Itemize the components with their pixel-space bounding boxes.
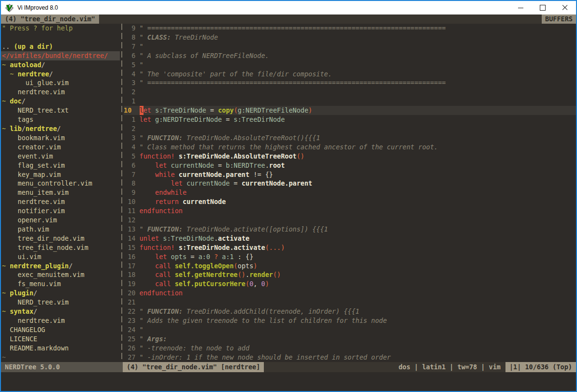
- code-line[interactable]: 20 endfunction: [124, 289, 576, 298]
- line-number: 14: [124, 234, 140, 243]
- command-line[interactable]: [1, 372, 576, 391]
- code-line[interactable]: 1 let g:NERDTreeDirNode = s:TreeDirNode: [124, 115, 576, 124]
- tree-item[interactable]: nerdtree.vim: [2, 316, 120, 325]
- minimize-button[interactable]: [509, 1, 532, 15]
- tree-item[interactable]: ~ autoload/: [2, 60, 120, 70]
- code-line[interactable]: 4 " Class method that returns the highes…: [124, 143, 576, 152]
- tree-item[interactable]: " Press ? for help: [2, 24, 120, 33]
- tree-root-item[interactable]: </vimfiles/bundle/nerdtree/: [1, 51, 120, 60]
- code-line[interactable]: 12: [124, 216, 576, 225]
- tree-item[interactable]: flag_set.vim: [2, 161, 120, 170]
- editor-panel: 9 " ====================================…: [124, 24, 576, 362]
- tree-item[interactable]: nerdtree.vim: [2, 87, 120, 97]
- close-icon: [562, 5, 568, 11]
- line-number: 3: [124, 133, 140, 143]
- line-number: 9: [124, 188, 140, 197]
- tree-item[interactable]: exec_menuitem.vim: [2, 270, 120, 279]
- line-number: 19: [124, 279, 140, 289]
- buffer-tab[interactable]: (4) "tree_dir_node.vim": [1, 15, 99, 24]
- tree-item[interactable]: NERD_tree.vim: [2, 298, 120, 307]
- tree-item[interactable]: ui.vim: [2, 252, 120, 261]
- code-line[interactable]: 8 " CLASS: TreeDirNode: [124, 33, 576, 42]
- line-number: 16: [124, 252, 140, 261]
- tree-item[interactable]: creator.vim: [2, 143, 120, 152]
- tree-item[interactable]: nerdtree.vim: [2, 197, 120, 206]
- window-separator[interactable]: [120, 24, 124, 362]
- line-number: 25: [124, 334, 140, 344]
- tree-item[interactable]: opener.vim: [2, 216, 120, 225]
- vim-logo-icon: [5, 4, 14, 12]
- code-line[interactable]: 23 " Adds the given treenode to the list…: [124, 316, 576, 325]
- tree-item[interactable]: ~ lib/nerdtree/: [2, 124, 120, 133]
- tree-item[interactable]: ~ doc/: [2, 97, 120, 106]
- code-line[interactable]: 9 endwhile: [124, 188, 576, 197]
- tree-item[interactable]: README.markdown: [2, 344, 120, 353]
- tree-item[interactable]: tree_dir_node.vim: [2, 234, 120, 243]
- line-number: 11: [124, 206, 140, 216]
- code-line-current[interactable]: 10 let s:TreeDirNode = copy(g:NERDTreeFi…: [124, 106, 576, 115]
- tree-item[interactable]: [2, 33, 120, 42]
- code-line[interactable]: 14 unlet s:TreeDirNode.activate: [124, 234, 576, 243]
- tree-item[interactable]: path.vim: [2, 225, 120, 234]
- tree-item[interactable]: notifier.vim: [2, 206, 120, 216]
- code-line[interactable]: 5 function! s:TreeDirNode.AbsoluteTreeRo…: [124, 152, 576, 161]
- code-line[interactable]: 19 call self.putCursorHere(0, 0): [124, 279, 576, 289]
- line-number: 22: [124, 307, 140, 316]
- line-number: 27: [124, 353, 140, 362]
- code-line[interactable]: 27 " -inOrder: 1 if the new node should …: [124, 353, 576, 362]
- buffers-label[interactable]: BUFFERS: [542, 15, 576, 24]
- maximize-button[interactable]: [532, 1, 554, 15]
- code-line[interactable]: 7 while currentNode.parent != {}: [124, 170, 576, 179]
- code-line[interactable]: 9 " ====================================…: [124, 24, 576, 33]
- tree-item[interactable]: tags: [2, 115, 120, 124]
- code-line[interactable]: 16 let opts = a:0 ? a:1 : {}: [124, 252, 576, 261]
- tree-item[interactable]: ~ plugin/: [2, 289, 120, 298]
- code-line[interactable]: 3 " FUNCTION: TreeDirNode.AbsoluteTreeRo…: [124, 133, 576, 143]
- code-line[interactable]: 3 " ====================================…: [124, 78, 576, 87]
- code-line[interactable]: 2: [124, 124, 576, 133]
- code-line[interactable]: 18 call self.getNerdtree().render(): [124, 270, 576, 279]
- line-number: 9: [124, 24, 140, 33]
- tree-item[interactable]: bookmark.vim: [2, 133, 120, 143]
- code-line[interactable]: 7 ": [124, 42, 576, 51]
- tree-item[interactable]: ~ nerdtree/: [2, 70, 120, 79]
- code-line[interactable]: 8 let currentNode = currentNode.parent: [124, 179, 576, 188]
- status-fileinfo: dos | latin1 | tw=78 | vim: [399, 362, 505, 372]
- code-line[interactable]: 1: [124, 97, 576, 106]
- tree-item[interactable]: LICENCE: [2, 334, 120, 344]
- close-button[interactable]: [554, 1, 576, 15]
- code-line[interactable]: 6 " A subclass of NERDTreeFileNode.: [124, 51, 576, 60]
- tree-item[interactable]: tree_file_node.vim: [2, 243, 120, 252]
- tree-item[interactable]: ui_glue.vim: [2, 78, 120, 87]
- line-number: 7: [124, 170, 140, 179]
- code-line[interactable]: 13 " FUNCTION: TreeDirNode.activate([opt…: [124, 225, 576, 234]
- tree-item[interactable]: .. (up a dir): [2, 42, 120, 51]
- code-line[interactable]: 17 call self.toggleOpen(opts): [124, 261, 576, 271]
- line-number: 20: [124, 289, 140, 298]
- code-line[interactable]: 24 ": [124, 325, 576, 334]
- line-number: 1: [124, 97, 140, 106]
- tree-item[interactable]: ~ syntax/: [2, 307, 120, 316]
- code-line[interactable]: 22 " FUNCTION: TreeDirNode.addChild(tree…: [124, 307, 576, 316]
- code-line[interactable]: 26 " -treenode: the node to add: [124, 344, 576, 353]
- tree-item[interactable]: NERD_tree.txt: [2, 106, 120, 115]
- code-line[interactable]: 5 ": [124, 60, 576, 70]
- code-line[interactable]: 25 " Args:: [124, 334, 576, 344]
- tree-item[interactable]: event.vim: [2, 152, 120, 161]
- code-line[interactable]: 15 function! s:TreeDirNode.activate(...): [124, 243, 576, 252]
- code-line[interactable]: 2: [124, 87, 576, 97]
- tree-item[interactable]: key_map.vim: [2, 170, 120, 179]
- code-line[interactable]: 10 return currentNode: [124, 197, 576, 206]
- code-line[interactable]: 11 endfunction: [124, 206, 576, 216]
- line-number: 10: [124, 197, 140, 206]
- tree-item[interactable]: CHANGELOG: [2, 325, 120, 334]
- code-line[interactable]: 21: [124, 298, 576, 307]
- tree-item[interactable]: fs_menu.vim: [2, 279, 120, 289]
- line-number: 21: [124, 298, 140, 307]
- code-line[interactable]: 6 let currentNode = b:NERDTree.root: [124, 161, 576, 170]
- tree-item[interactable]: ~ nerdtree_plugin/: [2, 261, 120, 271]
- code-line[interactable]: 4 " The 'composite' part of the file/dir…: [124, 70, 576, 79]
- tree-item[interactable]: menu_item.vim: [2, 188, 120, 197]
- tree-item[interactable]: ~: [2, 353, 120, 362]
- tree-item[interactable]: menu_controller.vim: [2, 179, 120, 188]
